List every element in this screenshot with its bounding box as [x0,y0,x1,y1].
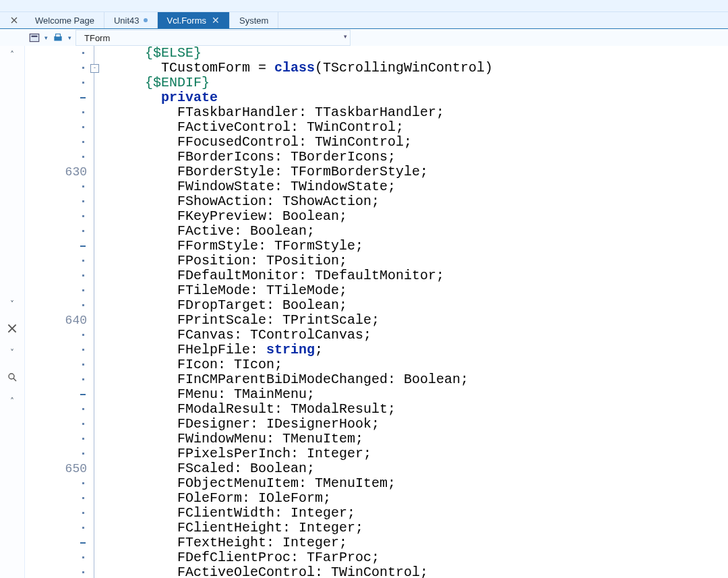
fold-row[interactable] [90,402,100,417]
fold-row[interactable] [90,461,100,476]
close-panel-button[interactable] [3,12,26,28]
code-line[interactable]: FObjectMenuItem: TMenuItem; [129,476,728,491]
code-line[interactable]: FFocusedControl: TWinControl; [129,135,728,150]
line-number: 630 [65,165,87,179]
tab-welcome-page[interactable]: Welcome Page [26,12,104,28]
chevron-down-icon[interactable]: ▾ [44,34,48,41]
fold-row[interactable] [90,165,100,179]
fold-row[interactable] [90,565,100,578]
tab-vcl-forms[interactable]: Vcl.Forms✕ [158,12,231,28]
fold-row[interactable] [90,268,100,283]
fold-row[interactable] [90,491,100,506]
fold-row[interactable] [90,224,100,239]
fold-row[interactable] [90,446,100,461]
close-icon[interactable]: ✕ [212,16,220,25]
code-line[interactable]: FWindowMenu: TMenuItem; [129,432,728,446]
fold-gutter[interactable]: - [90,46,100,578]
code-line[interactable]: TCustomForm = class(TScrollingWinControl… [129,61,728,76]
fold-row[interactable] [90,417,100,432]
code-line[interactable]: FTaskbarHandler: TTaskbarHandler; [129,105,728,120]
code-line[interactable]: FActiveOleControl: TWinControl; [129,565,728,578]
code-line[interactable]: {$ENDIF} [129,76,728,90]
code-line[interactable]: FScaled: Boolean; [129,461,728,476]
fold-row[interactable] [90,313,100,328]
code-line[interactable]: FPixelsPerInch: Integer; [129,446,728,461]
fold-row[interactable] [90,506,100,521]
code-line[interactable]: FIcon: TIcon; [129,357,728,372]
code-line[interactable]: FClientWidth: Integer; [129,506,728,521]
structure-breadcrumb-combo[interactable]: TForm ▾ [75,30,351,46]
fold-row[interactable] [90,298,100,313]
indent [129,520,177,536]
scroll-up-button[interactable]: ˄ [5,47,20,62]
print-icon[interactable] [52,32,64,44]
fold-row[interactable] [90,372,100,387]
code-line[interactable]: FDesigner: IDesignerHook; [129,417,728,432]
code-line[interactable]: FMenu: TMainMenu; [129,387,728,402]
scroll-up-button[interactable]: ˄ [5,394,20,409]
text-token: FWindowState: TWindowState; [177,179,396,194]
close-icon[interactable] [5,321,20,336]
code-line[interactable]: FHelpFile: string; [129,343,728,357]
fold-row[interactable] [90,357,100,372]
scroll-down-button[interactable]: ˅ [5,345,20,360]
fold-row[interactable] [90,343,100,357]
fold-row[interactable] [90,476,100,491]
tab-system[interactable]: System [230,12,278,28]
fold-row[interactable] [90,209,100,224]
fold-guide-line [94,417,94,432]
code-line[interactable]: FModalResult: TModalResult; [129,402,728,417]
code-line[interactable]: FClientHeight: Integer; [129,521,728,536]
code-line[interactable]: FPrintScale: TPrintScale; [129,313,728,328]
fold-row[interactable] [90,135,100,150]
fold-row[interactable] [90,432,100,446]
code-line[interactable]: {$ELSE} [129,46,728,61]
code-line[interactable]: FDropTarget: Boolean; [129,298,728,313]
fold-row[interactable] [90,521,100,536]
text-token: FHelpFile: [177,342,266,357]
fold-row[interactable] [90,150,100,165]
indent [129,60,161,76]
code-line[interactable]: FBorderStyle: TFormBorderStyle; [129,165,728,179]
fold-row[interactable] [90,90,100,105]
code-line[interactable]: FActive: Boolean; [129,224,728,239]
fold-row[interactable] [90,179,100,194]
fold-row[interactable] [90,328,100,343]
tab-unit43[interactable]: Unit43 [104,12,158,28]
fold-row[interactable] [90,387,100,402]
fold-collapse-icon[interactable]: - [90,64,99,73]
fold-row[interactable] [90,46,100,61]
code-line[interactable]: FDefaultMonitor: TDefaultMonitor; [129,268,728,283]
code-line[interactable]: private [129,90,728,105]
fold-row[interactable] [90,254,100,268]
fold-row[interactable] [90,120,100,135]
fold-row[interactable]: - [90,61,100,76]
fold-row[interactable] [90,283,100,298]
fold-row[interactable] [90,194,100,209]
fold-row[interactable] [90,239,100,254]
search-icon[interactable] [5,370,20,384]
code-line[interactable]: FKeyPreview: Boolean; [129,209,728,224]
fold-row[interactable] [90,550,100,565]
code-line[interactable]: FTextHeight: Integer; [129,536,728,550]
code-line[interactable]: FTileMode: TTileMode; [129,283,728,298]
keyword-token: string [266,342,315,357]
directive-token: {$ELSE} [145,46,202,61]
fold-row[interactable] [90,76,100,90]
code-line[interactable]: FShowAction: TShowAction; [129,194,728,209]
code-line[interactable]: FBorderIcons: TBorderIcons; [129,150,728,165]
code-area[interactable]: {$ELSE} TCustomForm = class(TScrollingWi… [100,46,728,578]
code-line[interactable]: FPosition: TPosition; [129,254,728,268]
code-line[interactable]: FDefClientProc: TFarProc; [129,550,728,565]
code-line[interactable]: FFormStyle: TFormStyle; [129,239,728,254]
scroll-down-button[interactable]: ˅ [5,297,20,312]
fold-row[interactable] [90,105,100,120]
code-line[interactable]: FActiveControl: TWinControl; [129,120,728,135]
code-line[interactable]: FInCMParentBiDiModeChanged: Boolean; [129,372,728,387]
fold-row[interactable] [90,536,100,550]
code-line[interactable]: FWindowState: TWindowState; [129,179,728,194]
code-line[interactable]: FOleForm: IOleForm; [129,491,728,506]
code-editor[interactable]: 630640650 - {$ELSE} TCustomForm = class(… [25,46,728,578]
code-line[interactable]: FCanvas: TControlCanvas; [129,328,728,343]
chevron-down-icon[interactable]: ▾ [68,34,71,41]
